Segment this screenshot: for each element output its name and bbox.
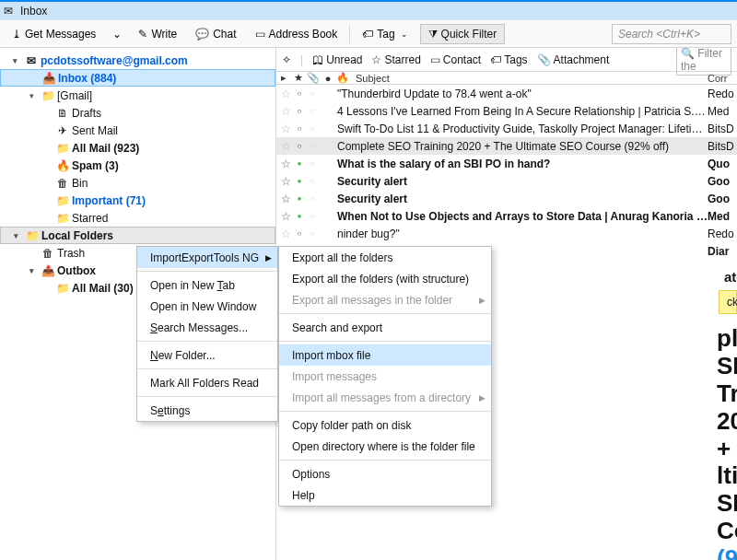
- file-icon: 🗎: [55, 107, 70, 120]
- pin-icon[interactable]: ✧: [282, 53, 291, 66]
- thread-col-icon[interactable]: ▸: [276, 72, 291, 84]
- pencil-icon: ✎: [138, 28, 147, 41]
- menu-importexporttools[interactable]: ImportExportTools NG▶: [137, 247, 277, 268]
- attach-col-icon[interactable]: 📎: [306, 72, 321, 84]
- submenu-copy-path[interactable]: Copy folder path on disk: [279, 414, 491, 436]
- junk-dot[interactable]: ○: [306, 177, 319, 185]
- star-icon[interactable]: ☆: [278, 175, 293, 188]
- message-correspondent: Goo: [708, 175, 737, 188]
- message-row[interactable]: ☆●○Security alertGoo: [276, 172, 737, 190]
- read-dot[interactable]: ●: [293, 159, 306, 168]
- junk-dot[interactable]: ○: [306, 142, 319, 150]
- starred-folder[interactable]: 📁Starred: [0, 209, 275, 227]
- submenu-options[interactable]: Options: [279, 463, 491, 484]
- allmail-folder[interactable]: 📁All Mail (923): [0, 139, 275, 157]
- chat-button[interactable]: 💬Chat: [189, 24, 242, 44]
- read-dot[interactable]: ○: [293, 89, 306, 98]
- gmail-folder[interactable]: ▾📁[Gmail]: [0, 87, 275, 104]
- menu-open-new-tab[interactable]: Open in New Tab: [137, 274, 277, 296]
- title-bar: ✉ Inbox: [0, 0, 737, 20]
- submenu-export-all-structure[interactable]: Export all the folders (with structure): [279, 268, 491, 289]
- message-subject: Security alert: [319, 192, 708, 205]
- junk-dot[interactable]: ○: [306, 212, 319, 220]
- folder-icon: 📁: [55, 282, 70, 295]
- correspondents-column[interactable]: Corr: [708, 73, 737, 84]
- junk-dot[interactable]: ○: [306, 107, 319, 115]
- message-correspondent: Goo: [708, 192, 737, 205]
- get-messages-button[interactable]: ⤓Get Messages: [6, 24, 102, 44]
- read-dot[interactable]: ○: [293, 107, 306, 115]
- tags-filter[interactable]: 🏷Tags: [490, 53, 527, 66]
- message-row[interactable]: ☆○○"Thunderbird Update to 78.4 went a-ok…: [276, 85, 737, 102]
- junk-dot[interactable]: ○: [306, 159, 319, 168]
- junk-col-icon[interactable]: 🔥: [335, 72, 350, 84]
- address-book-button[interactable]: ▭Address Book: [249, 24, 345, 44]
- star-icon[interactable]: ☆: [278, 122, 293, 135]
- star-icon[interactable]: ☆: [278, 228, 293, 240]
- get-messages-dropdown[interactable]: ⌄: [108, 24, 126, 44]
- message-row[interactable]: ☆●○What is the salary of an SBI PO in ha…: [276, 155, 737, 172]
- submenu-import-mbox[interactable]: Import mbox file: [279, 344, 491, 366]
- mail-icon: ✉: [4, 5, 17, 18]
- menu-open-new-window[interactable]: Open in New Window: [137, 296, 277, 317]
- bin-folder[interactable]: 🗑Bin: [0, 174, 275, 192]
- junk-dot[interactable]: ○: [306, 124, 319, 133]
- read-col-icon[interactable]: ●: [321, 73, 335, 84]
- submenu-search-export[interactable]: Search and export: [279, 317, 491, 338]
- read-dot[interactable]: ○: [293, 229, 306, 238]
- book-icon: ▭: [255, 28, 265, 41]
- local-folders[interactable]: ▾📁Local Folders: [0, 227, 275, 244]
- write-button[interactable]: ✎Write: [132, 24, 183, 44]
- inbox-folder[interactable]: 📥Inbox (884): [0, 69, 275, 87]
- quick-filter-button[interactable]: ⧩Quick Filter: [420, 24, 506, 44]
- read-dot[interactable]: ●: [293, 194, 306, 203]
- sent-folder[interactable]: ✈Sent Mail: [0, 122, 275, 139]
- star-icon[interactable]: ☆: [278, 88, 293, 100]
- starred-filter[interactable]: ☆Starred: [371, 53, 420, 66]
- junk-dot[interactable]: ○: [306, 89, 319, 98]
- menu-new-folder[interactable]: New Folder...: [137, 344, 277, 366]
- download-icon: ⤓: [12, 28, 21, 41]
- submenu-open-directory[interactable]: Open directory where is the folder file: [279, 436, 491, 457]
- message-row[interactable]: ☆○○Swift To-Do List 11 & Productivity Gu…: [276, 120, 737, 137]
- read-dot[interactable]: ●: [293, 177, 306, 185]
- read-dot[interactable]: ●: [293, 212, 306, 220]
- drafts-folder[interactable]: 🗎Drafts: [0, 104, 275, 122]
- account-row[interactable]: ▾✉pcdotssoftware@gmail.com: [0, 52, 275, 69]
- menu-settings[interactable]: Settings: [137, 400, 277, 421]
- star-icon[interactable]: ☆: [278, 140, 293, 153]
- read-dot[interactable]: ○: [293, 124, 306, 133]
- tag-button[interactable]: 🏷Tag⌄: [356, 24, 414, 44]
- contact-filter[interactable]: ▭Contact: [430, 53, 481, 66]
- message-row[interactable]: ☆○○4 Lessons I've Learned From Being In …: [276, 102, 737, 120]
- message-subject: "Thunderbird Update to 78.4 went a-ok": [319, 88, 708, 100]
- message-row[interactable]: ☆●○Security alertGoo: [276, 190, 737, 207]
- junk-dot[interactable]: ○: [306, 229, 319, 238]
- star-icon[interactable]: ☆: [278, 105, 293, 118]
- message-correspondent: Redo: [708, 228, 737, 240]
- submenu-help[interactable]: Help: [279, 484, 491, 506]
- message-row[interactable]: ☆●○When Not to Use Objects and Arrays to…: [276, 207, 737, 225]
- message-subject: ninder bug?": [319, 228, 708, 240]
- paperclip-icon: 📎: [537, 53, 551, 66]
- star-icon[interactable]: ☆: [278, 192, 293, 205]
- star-icon[interactable]: ☆: [278, 210, 293, 223]
- read-dot[interactable]: ○: [293, 142, 306, 150]
- menu-search-messages[interactable]: Search Messages...: [137, 317, 277, 338]
- inbox-icon: 📥: [41, 72, 56, 85]
- submenu-export-all[interactable]: Export all the folders: [279, 247, 491, 268]
- unread-filter[interactable]: 🕮Unread: [312, 53, 362, 66]
- message-row[interactable]: ☆○○Complete SEO Training 2020 + The Ulti…: [276, 137, 737, 155]
- remote-content-notice[interactable]: cked remote content in this message.: [719, 290, 737, 314]
- attachment-filter[interactable]: 📎Attachment: [537, 53, 610, 66]
- spam-folder[interactable]: 🔥Spam (3): [0, 157, 275, 174]
- star-icon[interactable]: ☆: [278, 158, 293, 170]
- menu-mark-all-read[interactable]: Mark All Folders Read: [137, 372, 277, 393]
- search-input[interactable]: Search <Ctrl+K>: [612, 24, 731, 44]
- star-col-icon[interactable]: ★: [291, 72, 306, 84]
- important-folder[interactable]: 📁Important (71): [0, 192, 275, 209]
- quick-filter-bar: ✧ | 🕮Unread ☆Starred ▭Contact 🏷Tags 📎Att…: [276, 48, 737, 72]
- subject-column[interactable]: Subject: [350, 73, 708, 84]
- junk-dot[interactable]: ○: [306, 194, 319, 203]
- message-row[interactable]: ☆○○ ninder bug?"Redo: [276, 225, 737, 242]
